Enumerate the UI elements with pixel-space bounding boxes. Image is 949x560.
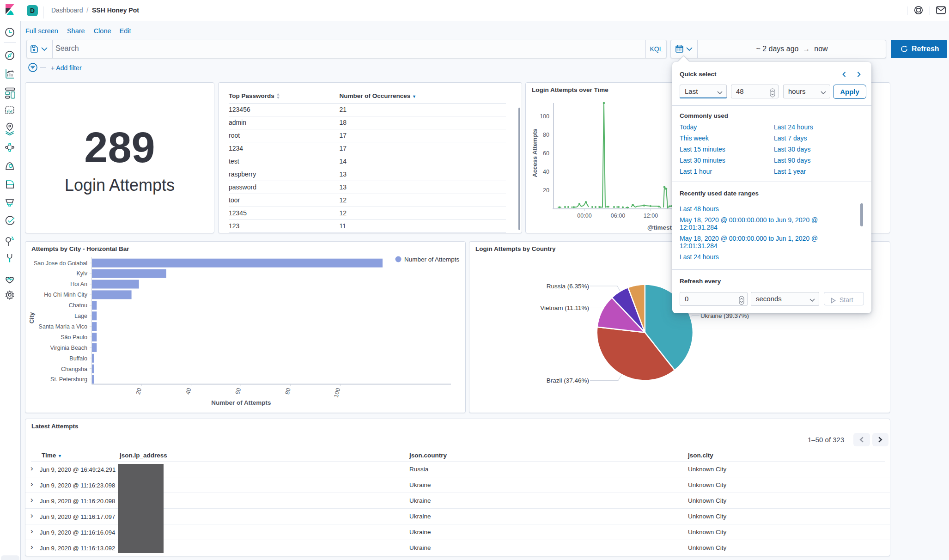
svg-text:Brazil (37.46%): Brazil (37.46%) [547, 377, 589, 384]
svg-text:40: 40 [184, 387, 192, 395]
svg-text:Kyiv: Kyiv [76, 270, 87, 277]
svg-text:Russia (6.35%): Russia (6.35%) [547, 283, 589, 290]
svg-text:40: 40 [543, 169, 549, 175]
svg-text:City: City [28, 312, 35, 323]
svg-text:06:00: 06:00 [611, 213, 625, 219]
svg-text:Access Attempts: Access Attempts [531, 128, 538, 177]
svg-text:Chatou: Chatou [69, 302, 87, 309]
svg-text:80: 80 [284, 387, 292, 395]
svg-text:Virginia Beach: Virginia Beach [50, 345, 87, 351]
svg-text:00:00: 00:00 [577, 213, 591, 219]
svg-text:60: 60 [234, 387, 242, 395]
svg-text:12:00: 12:00 [644, 213, 658, 219]
svg-text:Lage: Lage [74, 313, 87, 319]
svg-text:Number of Attempts: Number of Attempts [404, 256, 460, 263]
svg-text:Sao Jose do Goiabal: Sao Jose do Goiabal [34, 260, 87, 267]
svg-text:Buffalo: Buffalo [69, 355, 87, 362]
svg-text:100: 100 [333, 387, 341, 398]
svg-text:20: 20 [135, 387, 143, 395]
svg-text:São Paulo: São Paulo [61, 334, 87, 341]
svg-text:100: 100 [540, 113, 549, 120]
svg-text:Number of Attempts: Number of Attempts [211, 399, 271, 406]
svg-text:Hoi An: Hoi An [70, 281, 87, 287]
svg-text:Changsha: Changsha [61, 366, 87, 372]
svg-text:20: 20 [543, 187, 549, 194]
svg-text:Ho Chi Minh City: Ho Chi Minh City [44, 292, 88, 298]
svg-text:Vietnam (11.11%): Vietnam (11.11%) [540, 304, 589, 311]
svg-text:80: 80 [543, 132, 549, 138]
svg-text:60: 60 [543, 150, 549, 157]
svg-text:Santa Maria a Vico: Santa Maria a Vico [39, 323, 87, 330]
svg-text:St. Petersburg: St. Petersburg [50, 376, 87, 383]
